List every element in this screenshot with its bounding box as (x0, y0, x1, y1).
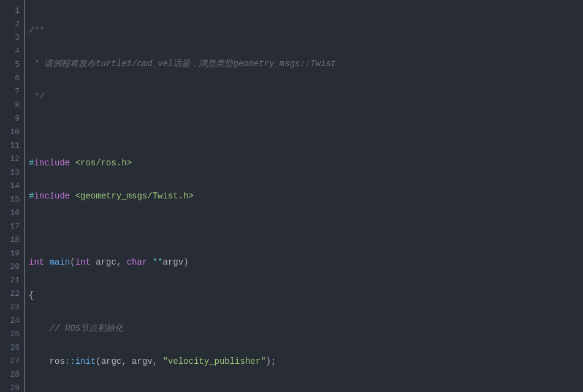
indent (29, 356, 50, 366)
line-number: 23 (0, 301, 25, 314)
space (91, 257, 96, 267)
code-line[interactable]: int main(int argc, char **argv) (29, 255, 583, 269)
code-editor[interactable]: 1 2 3 4 5 6 7 8 9 10 11 12 13 14 15 16 1… (0, 0, 583, 392)
line-number: 26 (0, 341, 25, 355)
comment: /** (29, 26, 44, 36)
space (70, 191, 75, 201)
line-number: 24 (0, 314, 25, 328)
line-number: 20 (0, 260, 25, 274)
line-number: 18 (0, 233, 25, 247)
line-number: 28 (0, 368, 25, 382)
paren: ( (70, 257, 75, 267)
comma: , (153, 356, 163, 366)
code-line[interactable]: // ROS节点初始化 (29, 322, 583, 335)
comma: , (116, 257, 127, 267)
header-path: <geometry_msgs/Twist.h> (75, 191, 194, 201)
code-line[interactable]: * 该例程将发布turtle1/cmd_vel话题，消息类型geometry_m… (29, 57, 583, 70)
comment: * 该例程将发布turtle1/cmd_vel话题，消息类型geometry_m… (29, 59, 336, 69)
line-number: 2 (0, 18, 25, 31)
ident: argv (132, 356, 153, 366)
line-number: 11 (0, 139, 25, 153)
string-literal: "velocity_publisher" (163, 356, 266, 366)
line-number: 5 (0, 58, 25, 72)
include-keyword: include (34, 191, 70, 201)
ident: ros (50, 356, 65, 366)
code-line[interactable] (29, 222, 583, 236)
line-number: 3 (0, 31, 25, 45)
line-number: 29 (0, 382, 25, 392)
line-number: 21 (0, 274, 25, 287)
ident: argv (163, 257, 184, 267)
comment: // ROS节点初始化 (50, 323, 123, 333)
line-number: 15 (0, 193, 25, 206)
code-line[interactable]: { (29, 288, 583, 302)
header-path: <ros/ros.h> (75, 158, 132, 168)
func-init: init (75, 356, 96, 366)
line-number: 17 (0, 220, 25, 233)
paren: ( (96, 356, 101, 366)
code-line[interactable] (29, 388, 583, 392)
code-line[interactable] (29, 123, 583, 137)
include-keyword: include (34, 158, 70, 168)
line-number-gutter: 1 2 3 4 5 6 7 8 9 10 11 12 13 14 15 16 1… (0, 0, 25, 392)
code-area[interactable]: /** * 该例程将发布turtle1/cmd_vel话题，消息类型geomet… (25, 0, 583, 392)
code-line[interactable]: ros::init(argc, argv, "velocity_publishe… (29, 355, 583, 368)
line-number: 27 (0, 355, 25, 368)
brace: { (29, 290, 34, 300)
ident: argc (101, 356, 122, 366)
stars: ** (153, 257, 163, 267)
line-number: 22 (0, 287, 25, 301)
line-number: 6 (0, 72, 25, 85)
line-number: 25 (0, 328, 25, 341)
line-number: 19 (0, 247, 25, 260)
space (70, 158, 75, 168)
line-number: 12 (0, 153, 25, 166)
line-number: 16 (0, 206, 25, 220)
line-number: 13 (0, 166, 25, 179)
paren: ) (266, 356, 271, 366)
space (147, 257, 152, 267)
comment: */ (29, 92, 44, 102)
code-line[interactable]: #include <ros/ros.h> (29, 156, 583, 170)
ident: argc (96, 257, 116, 267)
line-number: 10 (0, 126, 25, 139)
space (44, 257, 49, 267)
comma: , (121, 356, 132, 366)
code-line[interactable]: */ (29, 90, 583, 104)
indent (29, 323, 50, 333)
type-char: char (127, 257, 148, 267)
line-number: 4 (0, 45, 25, 58)
func-main: main (50, 257, 70, 267)
line-number: 8 (0, 99, 25, 112)
code-line[interactable]: #include <geometry_msgs/Twist.h> (29, 189, 583, 203)
line-number: 7 (0, 85, 25, 99)
type-int: int (29, 257, 44, 267)
line-number: 14 (0, 179, 25, 193)
scope-op: :: (65, 356, 75, 366)
type-int: int (75, 257, 91, 267)
line-number: 1 (0, 4, 25, 18)
semicolon: ; (271, 356, 276, 366)
code-line[interactable]: /** (29, 24, 583, 37)
line-number: 9 (0, 112, 25, 126)
paren: ) (183, 257, 188, 267)
